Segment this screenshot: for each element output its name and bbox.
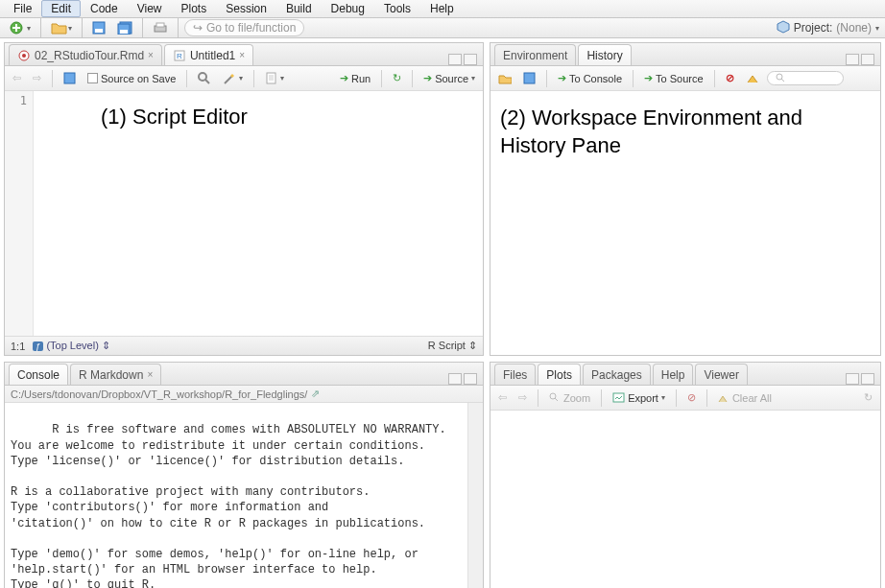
script-editor-pane: 02_RStudioTour.Rmd× R Untitled1× ⇦ ⇨ Sou… [4,42,484,356]
svg-rect-12 [64,73,75,83]
tab-history[interactable]: History [578,44,631,65]
to-source-button[interactable]: ➔To Source [640,70,707,86]
tab-plots[interactable]: Plots [538,364,581,385]
close-tab-icon[interactable]: × [147,369,153,380]
console-text: R is free software and comes with ABSOLU… [11,423,446,588]
pane-window-buttons[interactable] [448,373,479,385]
source-arrow-icon: ➔ [423,72,432,84]
source-on-save-checkbox[interactable]: Source on Save [84,71,179,86]
new-file-button[interactable]: ▾ [6,18,35,37]
prev-plot-button[interactable]: ⇦ [494,389,511,406]
tab-help[interactable]: Help [653,364,694,385]
plots-toolbar: ⇦ ⇨ Zoom Export▾ ⊘ Clear All ↻ [490,386,880,411]
find-button[interactable] [194,70,215,87]
history-toolbar: ➔To Console ➔To Source ⊘ [490,66,880,91]
console-scrollbar[interactable] [467,403,483,588]
save-history-button[interactable] [519,70,539,86]
line-gutter: 1 [5,91,34,336]
save-button[interactable] [88,19,109,36]
source-button[interactable]: ➔Source ▾ [419,70,479,86]
menu-debug[interactable]: Debug [322,0,374,17]
menu-view[interactable]: View [128,0,172,17]
menu-bar: File Edit Code View Plots Session Build … [0,0,885,18]
tab-viewer[interactable]: Viewer [695,364,747,385]
load-history-button[interactable] [494,71,515,86]
project-selector[interactable]: Project: (None) ▾ [777,20,879,36]
goto-file-input[interactable]: ↪Go to file/function [184,19,304,36]
svg-rect-2 [95,29,103,33]
back-button[interactable]: ⇦ [9,70,25,86]
annotation-label-2: (2) Workspace Environment and History Pa… [500,105,871,159]
environment-pane: Environment History ➔To Console ➔To Sour… [490,42,881,356]
plot-body: (4) Files, Plots, Packages, Help and Vie… [490,411,880,588]
svg-rect-18 [613,393,624,402]
save-all-button[interactable] [113,19,136,36]
console-tabbar: Console R Markdown× [5,363,483,386]
export-button[interactable]: Export▾ [609,390,669,406]
project-icon [777,20,790,36]
menu-build[interactable]: Build [276,0,322,17]
editor-tabbar: 02_RStudioTour.Rmd× R Untitled1× [5,43,483,66]
menu-help[interactable]: Help [420,0,464,17]
browse-icon[interactable]: ⇗ [311,388,320,400]
tab-untitled[interactable]: R Untitled1× [164,44,253,65]
next-plot-button[interactable]: ⇨ [514,389,531,406]
menu-tools[interactable]: Tools [374,0,420,17]
close-tab-icon[interactable]: × [239,50,245,60]
r-file-icon: R [173,49,186,62]
rerun-button[interactable]: ↻ [389,70,405,86]
run-arrow-icon: ➔ [340,72,348,84]
tab-console[interactable]: Console [9,364,68,385]
save-doc-button[interactable] [60,70,80,86]
history-search-input[interactable] [767,71,844,85]
open-file-button[interactable]: ▾ [47,19,76,36]
refresh-button[interactable]: ↻ [860,389,876,406]
pane-window-buttons[interactable] [846,54,876,65]
menu-file[interactable]: File [4,0,41,17]
tab-files[interactable]: Files [494,364,536,385]
zoom-button[interactable]: Zoom [545,390,594,406]
notebook-button[interactable]: ▾ [261,70,288,86]
tab-environment[interactable]: Environment [494,44,576,65]
close-tab-icon[interactable]: × [148,50,154,60]
forward-button[interactable]: ⇨ [29,70,45,86]
main-toolbar: ▾ ▾ ↪Go to file/function Project: (None)… [0,18,885,38]
console-pane: Console R Markdown× C:/Users/tdonovan/Dr… [4,362,484,588]
files-plots-pane: Files Plots Packages Help Viewer ⇦ ⇨ Zoo… [490,362,881,588]
rmd-icon [17,49,31,62]
svg-text:R: R [177,52,182,60]
to-console-button[interactable]: ➔To Console [554,70,626,86]
menu-session[interactable]: Session [216,0,276,17]
editor-toolbar: ⇦ ⇨ Source on Save ▾ ▾ ➔Run ↻ ➔Source ▾ [5,66,483,91]
scope-selector[interactable]: ƒ (Top Level) ⇕ [33,340,110,352]
clear-button[interactable] [742,71,763,86]
svg-rect-15 [524,73,535,83]
history-body[interactable]: (2) Workspace Environment and History Pa… [490,91,880,355]
remove-plot-button[interactable]: ⊘ [683,389,700,406]
wand-button[interactable]: ▾ [219,70,247,87]
svg-point-13 [199,73,206,81]
tab-rmd-file[interactable]: 02_RStudioTour.Rmd× [9,44,162,65]
file-type-selector[interactable]: R Script ⇕ [428,340,477,352]
menu-edit[interactable]: Edit [41,0,81,17]
svg-rect-7 [156,23,164,27]
tab-rmarkdown[interactable]: R Markdown× [70,364,161,385]
pane-window-buttons[interactable] [448,54,479,65]
cursor-position: 1:1 [11,341,25,352]
menu-plots[interactable]: Plots [172,0,217,17]
clear-all-button[interactable]: Clear All [714,390,776,406]
env-tabbar: Environment History [490,43,880,66]
svg-point-9 [22,54,26,58]
svg-rect-5 [120,30,128,34]
run-button[interactable]: ➔Run [336,70,374,86]
plots-tabbar: Files Plots Packages Help Viewer [490,363,880,386]
remove-button[interactable]: ⊘ [722,70,738,86]
tab-packages[interactable]: Packages [583,364,651,385]
menu-code[interactable]: Code [81,0,128,17]
console-path[interactable]: C:/Users/tdonovan/Dropbox/VT_R_workshop/… [5,386,483,403]
editor-statusbar: 1:1 ƒ (Top Level) ⇕ R Script ⇕ [5,336,483,355]
console-output[interactable]: R is free software and comes with ABSOLU… [5,403,483,588]
pane-window-buttons[interactable] [846,373,876,385]
print-button[interactable] [149,19,172,36]
editor-area[interactable]: 1 (1) Script Editor [5,91,483,336]
